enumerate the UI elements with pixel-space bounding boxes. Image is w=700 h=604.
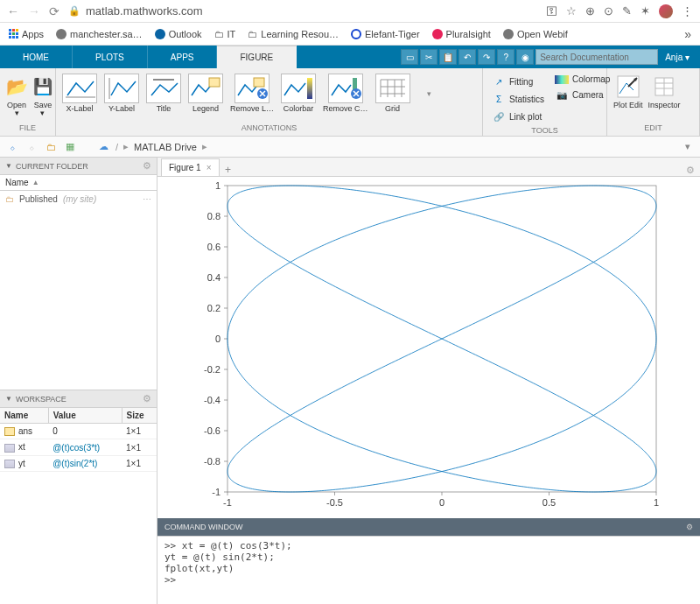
search-documentation-input[interactable]: Search Documentation <box>536 49 658 65</box>
save-icon: 💾 <box>31 74 55 100</box>
bookmarks-bar: Apps manchester.sa… Outlook 🗀IT 🗀Learnin… <box>0 23 700 46</box>
grid-button[interactable]: Grid <box>373 72 413 115</box>
inspector-icon <box>652 74 676 100</box>
apps-grid-icon <box>9 29 18 39</box>
bookmark-item[interactable]: Outlook <box>155 29 202 39</box>
up-folder-button[interactable]: 🗀 <box>44 140 58 154</box>
folder-row[interactable]: 🗀 Published (my site) ⋯ <box>0 191 157 207</box>
remove-legend-button[interactable]: Remove L… <box>228 72 276 115</box>
camera-button[interactable]: 📷Camera <box>553 87 612 102</box>
row-menu-icon[interactable]: ⋯ <box>143 194 151 204</box>
bookmark-item[interactable]: Open Webif <box>503 29 568 39</box>
xlabel-icon <box>62 74 97 103</box>
gear-icon[interactable]: ⚙ <box>143 393 151 404</box>
inspector-button[interactable]: Inspector <box>646 72 683 111</box>
help-button[interactable]: ? <box>497 49 514 65</box>
figure-canvas[interactable]: -1-0.500.51-1-0.8-0.6-0.4-0.200.20.40.60… <box>158 177 700 518</box>
camera-icon: 📷 <box>555 88 569 102</box>
col-value[interactable]: Value <box>48 408 122 424</box>
path-segment[interactable]: MATLAB Drive <box>134 142 197 152</box>
url-text: matlab.mathworks.com <box>86 4 203 18</box>
workspace-row[interactable]: ans01×1 <box>0 424 157 439</box>
bookmark-item[interactable]: Elefant-Tiger <box>351 29 420 39</box>
title-button[interactable]: Title <box>144 72 184 115</box>
tab-plots[interactable]: PLOTS <box>73 46 148 68</box>
favicon <box>56 29 66 39</box>
name-column-header[interactable]: Name ▲ <box>0 175 157 191</box>
address-bar[interactable]: 🔒 matlab.mathworks.com <box>68 4 331 18</box>
quickaccess-button[interactable]: 📋 <box>439 49 457 65</box>
figure-tab[interactable]: Figure 1× <box>161 158 220 176</box>
back-button[interactable]: ← <box>7 4 19 18</box>
extension-icon[interactable]: ⊙ <box>604 4 613 18</box>
folder-icon: 🗀 <box>248 29 257 39</box>
gear-icon[interactable]: ⚙ <box>143 160 151 172</box>
legend-button[interactable]: Legend <box>186 72 226 115</box>
reload-button[interactable]: ⟳ <box>49 4 60 18</box>
quickaccess-button[interactable]: ▭ <box>401 49 418 65</box>
tab-apps[interactable]: APPS <box>148 46 218 68</box>
tab-home[interactable]: HOME <box>0 46 73 68</box>
favicon <box>432 29 443 39</box>
linkplot-button[interactable]: 🔗Link plot <box>490 109 546 124</box>
open-location-button[interactable]: ▦ <box>63 140 77 154</box>
path-bar: ⬦ ⬦ 🗀 ▦ ☁ /▸ MATLAB Drive ▸ ▾ <box>0 137 700 158</box>
puzzle-icon[interactable]: ✶ <box>640 4 650 18</box>
command-window[interactable]: >> xt = @(t) cos(3*t); yt = @(t) sin(2*t… <box>158 536 700 604</box>
annotations-more-button[interactable]: ▾ <box>415 72 444 116</box>
statistics-button[interactable]: ΣStatistics <box>490 91 546 107</box>
nav-fwd-button[interactable]: ⬦ <box>24 140 38 154</box>
folder-note: (my site) <box>63 194 96 204</box>
plot-edit-button[interactable]: Plot Edit <box>611 72 646 111</box>
svg-text:1: 1 <box>654 497 659 508</box>
bookmark-item[interactable]: manchester.sa… <box>56 29 143 39</box>
bookmark-folder[interactable]: 🗀Learning Resou… <box>248 29 339 39</box>
bookmark-apps[interactable]: Apps <box>9 29 44 39</box>
figure-tabbar: Figure 1× + ⚙ <box>158 158 700 177</box>
save-button[interactable]: 💾Save▾ <box>30 72 56 120</box>
col-name[interactable]: Name <box>0 408 48 424</box>
command-window-header[interactable]: COMMAND WINDOW⚙ <box>158 518 700 536</box>
open-button[interactable]: 📂Open▾ <box>4 72 30 120</box>
remove-colorbar-button[interactable]: Remove C… <box>320 72 371 115</box>
workspace-header[interactable]: ▼WORKSPACE⚙ <box>0 390 157 408</box>
fitting-button[interactable]: ↗Fitting <box>490 74 546 89</box>
lissajous-plot: -1-0.500.51-1-0.8-0.6-0.4-0.200.20.40.60… <box>184 177 674 518</box>
star-icon[interactable]: ☆ <box>566 4 577 18</box>
tab-figure[interactable]: FIGURE <box>217 46 297 68</box>
folder-name: Published <box>19 194 58 204</box>
bookmarks-overflow[interactable]: » <box>684 27 691 41</box>
svg-text:0: 0 <box>215 334 220 344</box>
profile-avatar[interactable] <box>659 4 673 18</box>
path-dropdown[interactable]: ▾ <box>681 140 695 154</box>
workspace-row[interactable]: yt@(t)sin(2*t)1×1 <box>0 455 157 471</box>
bookmark-item[interactable]: Pluralsight <box>432 29 491 39</box>
col-size[interactable]: Size <box>122 408 157 424</box>
user-label[interactable]: Anja ▾ <box>660 53 695 62</box>
redo-button[interactable]: ↷ <box>478 49 495 65</box>
colorbar-button[interactable]: Colorbar <box>278 72 318 115</box>
key-icon[interactable]: ⚿ <box>546 4 557 18</box>
gear-icon[interactable]: ⚙ <box>681 165 700 176</box>
xlabel-button[interactable]: X-Label <box>60 72 100 115</box>
center-column: Figure 1× + ⚙ -1-0.500.51-1-0.8-0.6-0.4-… <box>158 158 700 604</box>
main-content: ▼CURRENT FOLDER⚙ Name ▲ 🗀 Published (my … <box>0 158 700 604</box>
open-folder-icon: 📂 <box>4 74 29 100</box>
community-button[interactable]: ◉ <box>516 49 534 65</box>
workspace-row[interactable]: xt@(t)cos(3*t)1×1 <box>0 439 157 455</box>
gear-icon[interactable]: ⚙ <box>686 523 693 531</box>
new-figure-button[interactable]: + <box>220 164 237 176</box>
matlab-tabstrip: HOME PLOTS APPS FIGURE ▭ ✂ 📋 ↶ ↷ ? ◉ Sea… <box>0 46 700 68</box>
current-folder-header[interactable]: ▼CURRENT FOLDER⚙ <box>0 158 157 175</box>
bookmark-folder[interactable]: 🗀IT <box>214 29 236 39</box>
quickaccess-button[interactable]: ✂ <box>420 49 438 65</box>
extension-icon[interactable]: ⊕ <box>585 4 595 18</box>
colormap-button[interactable]: Colormap <box>553 74 612 85</box>
close-icon[interactable]: × <box>206 163 212 172</box>
kebab-menu-icon[interactable]: ⋮ <box>682 4 693 18</box>
ylabel-button[interactable]: Y-Label <box>102 72 142 115</box>
extension-icon[interactable]: ✎ <box>622 4 632 18</box>
workspace-table: Name Value Size ans01×1 xt@(t)cos(3*t)1×… <box>0 408 157 472</box>
undo-button[interactable]: ↶ <box>458 49 476 65</box>
nav-back-button[interactable]: ⬦ <box>5 140 19 154</box>
